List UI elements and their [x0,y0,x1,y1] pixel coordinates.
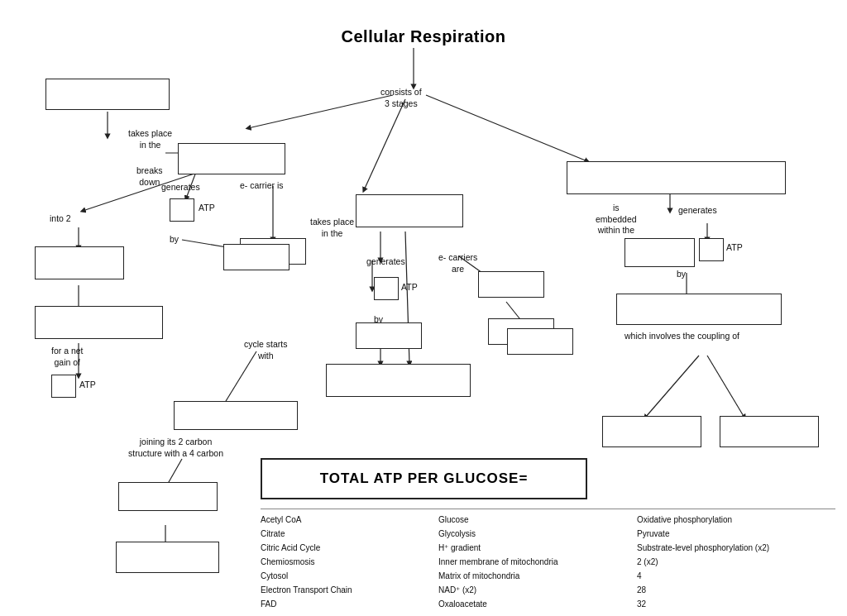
label-atp1: ATP [199,203,215,214]
glossary-item: Substrate-level phosphorylation (x2) [637,541,835,555]
glossary-item: 2 (x2) [637,555,835,569]
box-etc-answer [616,294,782,325]
label-ecarrier-is: e- carrier is [240,180,284,192]
box-by-cac [356,322,422,349]
label-joining: joining its 2 carbonstructure with a 4 c… [128,437,223,459]
page-title: Cellular Respiration [0,12,847,46]
glossary-item: NAD⁺ (x2) [438,583,637,597]
glossary-item: Inner membrane of mitochondria [438,555,637,569]
label-by1: by [170,234,179,246]
box-atp-etc-small [699,238,724,261]
glossary-item: Pyruvate [637,527,835,541]
box-atp2-small [51,375,76,398]
glossary-item: Cytosol [261,569,438,583]
glossary-item: Oxidative phosphorylation [637,513,835,527]
label-cycle-starts: cycle startswith [244,339,288,361]
svg-line-24 [645,356,699,418]
box-coupling1 [602,416,701,447]
glossary-item: Chemiosmosis [261,555,438,569]
glossary-item: Glycolysis [438,527,637,541]
label-takes-place-cac: takes placein the [310,217,354,239]
total-atp-box: TOTAL ATP PER GLUCOSE= [261,458,587,499]
label-ecarriers-are: e- carriersare [438,252,477,275]
label-atp-cac: ATP [401,282,418,294]
glossary-col1: Acetyl CoA Citrate Citric Acid Cycle Che… [261,513,438,611]
glossary-item: H⁺ gradient [438,541,637,555]
glossary-item: FAD [261,597,438,611]
glossary-section: Acetyl CoA Citrate Citric Acid Cycle Che… [261,509,835,616]
glossary-item: Glucose [438,513,637,527]
svg-line-3 [426,95,587,161]
label-which-involves: which involves the coupling of [624,331,739,342]
glossary-item: 4 [637,569,835,583]
glossary-item: Matrix of mitochondria [438,569,637,583]
glossary-col2: Glucose Glycolysis H⁺ gradient Inner mem… [438,513,637,611]
label-generates-cac: generates [366,256,405,268]
label-for-net-gain: for a netgain of [51,346,84,368]
box-6carbon [118,482,218,511]
label-generates-etc: generates [678,205,717,217]
label-embedded: isembeddedwithin the [596,203,637,236]
box-cac-location [356,194,463,227]
box-atp1-small [170,198,194,222]
box-by1 [223,244,290,270]
svg-line-1 [248,95,393,128]
glossary-item: Citrate [261,527,438,541]
box-etc-main [567,161,786,194]
total-atp-label: TOTAL ATP PER GLUCOSE= [320,470,529,487]
box-cycle-start [174,401,298,430]
box-ecarriers-answer [478,271,544,298]
glossary-item: Citric Acid Cycle [261,541,438,555]
label-takes-place-top: takes placein the [128,128,172,150]
box-cac-main [326,364,471,397]
glossary-item: Electron Transport Chain [261,583,438,597]
box-atp-cac-small [374,277,399,300]
label-into2: into 2 [50,213,71,225]
box-coupling2 [720,416,819,447]
glossary-item: 32 [637,597,835,611]
label-by-etc: by [677,269,686,280]
box-glycolysis-location [178,143,285,174]
box-embedded [624,238,695,267]
label-generates1: generates [161,182,200,193]
label-atp-etc: ATP [726,242,743,254]
box-bottom-left [116,542,219,573]
label-breaks-down: breaksdown [136,165,163,188]
glossary-col3: Oxidative phosphorylation Pyruvate Subst… [637,513,835,611]
svg-line-2 [364,99,405,190]
box-pyruvate [35,246,124,279]
glossary-item: 28 [637,583,835,597]
glossary-item: Acetyl CoA [261,513,438,527]
label-consists-of: consists of3 stages [380,87,422,109]
label-atp2: ATP [79,380,96,391]
svg-line-25 [707,356,744,418]
box-topleft [45,79,170,110]
box-net-atp-context [35,306,163,339]
box-ecarriers3 [507,328,573,355]
glossary-item: Oxaloacetate [438,597,637,611]
